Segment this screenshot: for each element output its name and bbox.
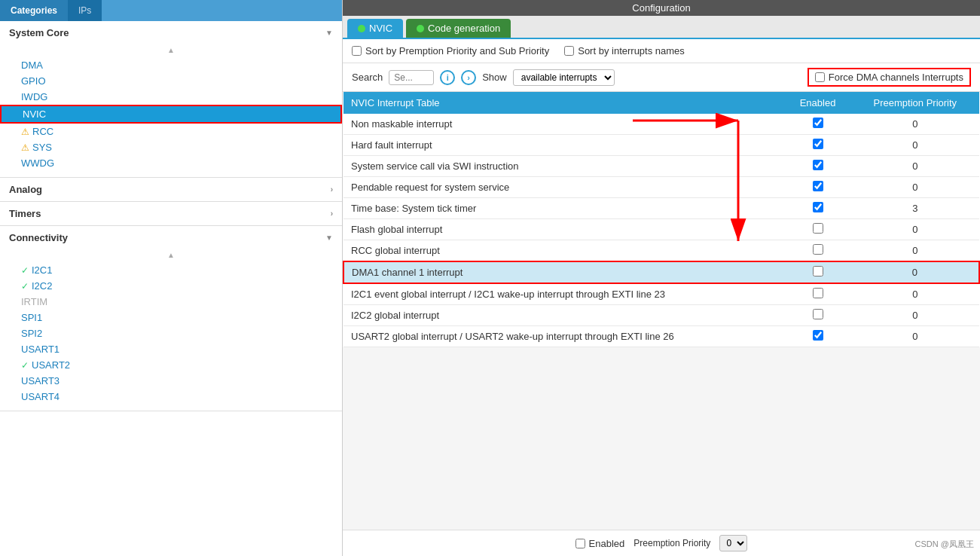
interrupt-enabled-checkbox[interactable] <box>813 160 823 170</box>
timers-label: Timers <box>9 208 41 219</box>
interrupt-name: Pendable request for system service <box>343 177 784 198</box>
sys-warn-icon: ⚠ <box>21 142 29 153</box>
sidebar-item-sys[interactable]: ⚠ SYS <box>0 139 342 155</box>
interrupt-enabled-cell[interactable] <box>784 240 850 262</box>
table-row: I2C1 event global interrupt / I2C1 wake-… <box>343 283 979 305</box>
usart1-label: USART1 <box>21 344 60 355</box>
sidebar-item-usart1[interactable]: USART1 <box>0 341 342 357</box>
interrupt-priority-cell: 0 <box>851 114 979 135</box>
interrupt-enabled-checkbox[interactable] <box>813 139 823 149</box>
interrupt-enabled-checkbox[interactable] <box>813 288 823 298</box>
interrupt-enabled-checkbox[interactable] <box>813 118 823 128</box>
interrupt-enabled-cell[interactable] <box>784 177 850 198</box>
interrupt-priority-cell: 0 <box>851 177 979 198</box>
connectivity-label: Connectivity <box>9 232 68 243</box>
force-dma-checkbox[interactable] <box>815 72 825 82</box>
interrupt-enabled-cell[interactable] <box>784 261 850 283</box>
table-row: USART2 global interrupt / USART2 wake-up… <box>343 326 979 347</box>
interrupt-enabled-cell[interactable] <box>784 219 850 240</box>
sidebar-item-spi1[interactable]: SPI1 <box>0 310 342 325</box>
sidebar-item-rcc[interactable]: ⚠ RCC <box>0 124 342 139</box>
i2c1-check-icon: ✓ <box>21 265 29 276</box>
system-core-header[interactable]: System Core ▼ <box>0 21 342 44</box>
i2c1-label: I2C1 <box>32 264 52 276</box>
table-row: I2C2 global interrupt0 <box>343 305 979 326</box>
sidebar-item-nvic[interactable]: NVIC <box>2 106 340 122</box>
interrupt-enabled-cell[interactable] <box>784 305 850 326</box>
sidebar-item-iwdg[interactable]: IWDG <box>0 89 342 105</box>
table-row: Non maskable interrupt0 <box>343 114 979 135</box>
sidebar-tab-categories[interactable]: Categories <box>0 0 68 21</box>
usart2-check-icon: ✓ <box>21 360 29 371</box>
sidebar-item-spi2[interactable]: SPI2 <box>0 325 342 341</box>
show-select[interactable]: available interrupts <box>513 69 615 86</box>
timers-section: Timers › <box>0 202 342 226</box>
connectivity-header[interactable]: Connectivity ▼ <box>0 226 342 249</box>
search-next-icon[interactable]: › <box>461 70 476 85</box>
analog-chevron: › <box>331 185 333 194</box>
sys-label: SYS <box>32 142 52 153</box>
interrupt-name: RCC global interrupt <box>343 240 784 262</box>
interrupt-enabled-checkbox[interactable] <box>813 181 823 191</box>
interrupt-enabled-checkbox[interactable] <box>813 244 823 255</box>
rcc-warn-icon: ⚠ <box>21 127 29 137</box>
sort-premption-label: Sort by Premption Priority and Sub Prior… <box>365 45 549 57</box>
interrupt-enabled-checkbox[interactable] <box>813 202 823 212</box>
dma-label: DMA <box>21 60 43 71</box>
sidebar-item-wwdg[interactable]: WWDG <box>0 155 342 171</box>
timers-header[interactable]: Timers › <box>0 202 342 225</box>
sort-names-checkbox[interactable] <box>564 46 574 56</box>
interrupt-priority-cell: 3 <box>851 198 979 219</box>
search-input[interactable] <box>389 70 434 85</box>
sidebar-item-i2c1[interactable]: ✓ I2C1 <box>0 262 342 278</box>
bottom-priority-select[interactable]: 0 <box>719 535 747 551</box>
i2c2-label: I2C2 <box>32 280 52 292</box>
interrupt-name: Flash global interrupt <box>343 219 784 240</box>
sidebar-tab-ip[interactable]: IPs <box>68 0 102 21</box>
interrupt-name: I2C2 global interrupt <box>343 305 784 326</box>
interrupt-enabled-cell[interactable] <box>784 156 850 177</box>
iwdg-label: IWDG <box>21 91 47 102</box>
interrupt-enabled-checkbox[interactable] <box>813 309 823 319</box>
sidebar: Categories IPs System Core ▼ ▲ DMA GPIO … <box>0 0 343 556</box>
analog-header[interactable]: Analog › <box>0 178 342 201</box>
interrupt-priority-cell: 0 <box>851 156 979 177</box>
bottom-enabled-checkbox[interactable] <box>575 539 585 548</box>
tab-nvic[interactable]: NVIC <box>347 19 403 38</box>
irtim-label: IRTIM <box>21 296 47 307</box>
sidebar-item-dma[interactable]: DMA <box>0 57 342 73</box>
tab-bar: NVIC Code generation <box>343 16 980 39</box>
sidebar-item-irtim[interactable]: IRTIM <box>0 294 342 310</box>
interrupt-name: System service call via SWI instruction <box>343 156 784 177</box>
force-dma-box: Force DMA channels Interrupts <box>808 68 971 87</box>
interrupt-priority-cell: 0 <box>851 283 979 305</box>
usart4-label: USART4 <box>21 391 60 402</box>
analog-label: Analog <box>9 184 42 195</box>
interrupt-enabled-cell[interactable] <box>784 198 850 219</box>
sidebar-item-gpio[interactable]: GPIO <box>0 73 342 89</box>
sort-names-option[interactable]: Sort by interrupts names <box>564 45 685 57</box>
usart2-label: USART2 <box>32 359 70 371</box>
interrupt-enabled-checkbox[interactable] <box>813 330 823 341</box>
table-row: Flash global interrupt0 <box>343 219 979 240</box>
connectivity-scroll-indicator: ▲ <box>0 249 342 261</box>
sidebar-item-usart2[interactable]: ✓ USART2 <box>0 357 342 373</box>
sidebar-item-usart4[interactable]: USART4 <box>0 389 342 405</box>
interrupt-enabled-cell[interactable] <box>784 283 850 305</box>
interrupt-enabled-checkbox[interactable] <box>813 223 823 234</box>
bottom-enabled-option[interactable]: Enabled <box>575 538 625 549</box>
interrupt-enabled-checkbox[interactable] <box>813 266 823 276</box>
sort-premption-checkbox[interactable] <box>352 46 362 56</box>
interrupt-enabled-cell[interactable] <box>784 135 850 156</box>
interrupt-enabled-cell[interactable] <box>784 114 850 135</box>
tab-code-gen[interactable]: Code generation <box>406 19 511 38</box>
sort-premption-option[interactable]: Sort by Premption Priority and Sub Prior… <box>352 45 549 57</box>
nvic-label: NVIC <box>23 108 46 120</box>
interrupt-enabled-cell[interactable] <box>784 326 850 347</box>
timers-chevron: › <box>331 209 333 218</box>
interrupt-name: Time base: System tick timer <box>343 198 784 219</box>
search-info-icon[interactable]: i <box>440 70 455 85</box>
sidebar-item-usart3[interactable]: USART3 <box>0 373 342 389</box>
sidebar-item-i2c2[interactable]: ✓ I2C2 <box>0 278 342 294</box>
show-label: Show <box>482 72 507 83</box>
